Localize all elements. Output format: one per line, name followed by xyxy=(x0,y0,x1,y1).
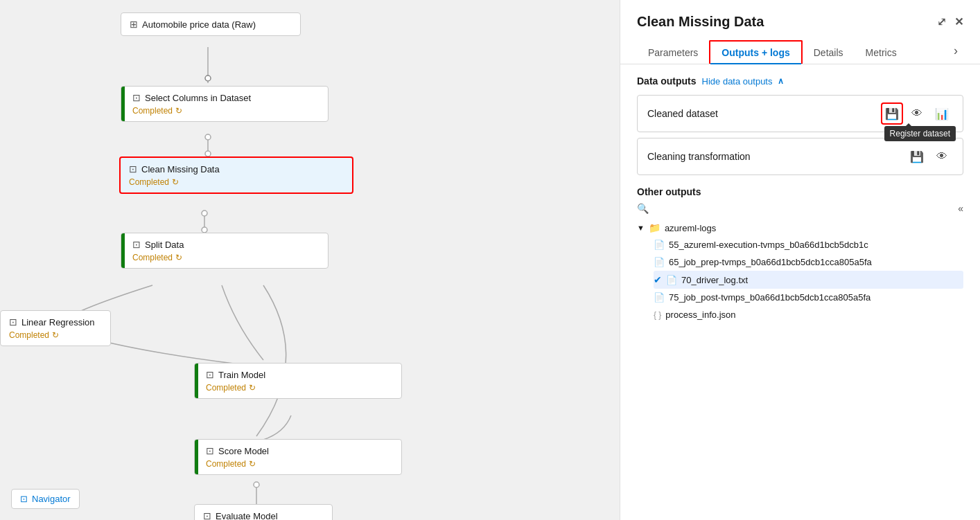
module-icon: ⊡ xyxy=(132,92,141,103)
refresh-icon: ↻ xyxy=(249,383,256,393)
data-outputs-header: Data outputs Hide data outputs ∧ xyxy=(637,75,963,87)
tabs-next-icon[interactable]: › xyxy=(948,38,963,64)
check-icon: ✔ xyxy=(654,274,662,285)
node-select-columns[interactable]: ⊡ Select Columns in Dataset Completed ↻ xyxy=(121,86,329,122)
panel-body: Data outputs Hide data outputs ∧ Cleaned… xyxy=(620,64,980,520)
tab-metrics[interactable]: Metrics xyxy=(855,42,908,64)
data-icon: ⊞ xyxy=(130,19,138,30)
node-status: Completed ↻ xyxy=(206,383,393,393)
node-linear-regression[interactable]: ⊡ Linear Regression Completed ↻ xyxy=(0,310,111,346)
navigator-icon: ⊡ xyxy=(20,494,28,504)
panel-title-row: Clean Missing Data ⤢ ✕ xyxy=(637,14,963,30)
folder-children: 📄 55_azureml-execution-tvmps_b0a66d1bcb5… xyxy=(654,236,963,323)
folder-header[interactable]: ▼ 📁 azureml-logs xyxy=(637,219,963,236)
file-icon: 📄 xyxy=(666,275,677,285)
chevron-down-icon: ▼ xyxy=(637,224,645,232)
refresh-icon: ↻ xyxy=(175,106,182,116)
expand-icon[interactable]: ⤢ xyxy=(937,15,946,28)
chart-icon: 📊 xyxy=(935,107,949,120)
file-label: 70_driver_log.txt xyxy=(681,275,963,285)
other-outputs-header: Other outputs xyxy=(637,186,963,197)
view-output-button[interactable]: 👁 xyxy=(906,102,928,125)
svg-point-5 xyxy=(202,210,207,216)
file-icon: 📄 xyxy=(654,292,665,303)
other-outputs-section: Other outputs 🔍 « ▼ 📁 azureml-logs xyxy=(637,186,963,323)
file-label: 65_job_prep-tvmps_b0a66d1bcb5dcb1cca805a… xyxy=(669,257,963,267)
data-output-cleaned-dataset: Cleaned dataset 💾 👁 📊 Register dataset xyxy=(637,95,963,132)
file-label: process_info.json xyxy=(665,310,963,320)
panel-header: Clean Missing Data ⤢ ✕ Parameters Output… xyxy=(620,0,980,64)
file-label: 75_job_post-tvmps_b0a66d1bcb5dcb1cca805a… xyxy=(669,292,963,303)
pipeline-canvas: ⊞ Automobile price data (Raw) ⊡ Select C… xyxy=(0,0,620,520)
svg-point-7 xyxy=(254,482,259,487)
file-65[interactable]: 📄 65_job_prep-tvmps_b0a66d1bcb5dcb1cca80… xyxy=(654,253,963,271)
data-outputs-label: Data outputs xyxy=(637,75,697,87)
status-bar xyxy=(121,87,125,121)
node-automobile-price[interactable]: ⊞ Automobile price data (Raw) xyxy=(121,12,301,36)
navigator-button[interactable]: ⊡ Navigator xyxy=(11,489,80,509)
panel-title-text: Clean Missing Data xyxy=(637,14,764,30)
hide-data-outputs-link[interactable]: Hide data outputs xyxy=(702,76,773,87)
node-status: Completed ↻ xyxy=(132,253,320,262)
view-transformation-button[interactable]: 👁 xyxy=(931,145,953,168)
panel-title-icons: ⤢ ✕ xyxy=(937,15,963,28)
file-70[interactable]: ✔ 📄 70_driver_log.txt xyxy=(654,271,963,289)
refresh-icon: ↻ xyxy=(249,459,256,469)
node-status: Completed ↻ xyxy=(206,459,393,469)
file-process-info[interactable]: { } process_info.json xyxy=(654,306,963,323)
refresh-icon: ↻ xyxy=(172,177,179,187)
data-output-cleaning-transformation: Cleaning transformation 💾 👁 xyxy=(637,138,963,175)
module-icon: ⊡ xyxy=(9,316,17,328)
folder-label: azureml-logs xyxy=(665,223,716,233)
tab-outputs-logs[interactable]: Outputs + logs xyxy=(709,40,802,64)
tab-details[interactable]: Details xyxy=(803,42,855,64)
refresh-icon: ↻ xyxy=(52,330,59,340)
module-icon: ⊡ xyxy=(129,163,137,174)
file-label: 55_azureml-execution-tvmps_b0a66d1bcb5dc… xyxy=(669,240,963,250)
register-transformation-button[interactable]: 💾 xyxy=(906,145,928,168)
file-icon: 📄 xyxy=(654,240,665,250)
status-bar xyxy=(195,440,198,474)
right-panel: Clean Missing Data ⤢ ✕ Parameters Output… xyxy=(620,0,980,520)
json-file-icon: { } xyxy=(654,310,661,320)
panel-tabs: Parameters Outputs + logs Details Metric… xyxy=(637,38,963,64)
visualize-button[interactable]: 📊 xyxy=(931,102,953,125)
module-icon: ⊡ xyxy=(206,369,214,380)
cleaning-transformation-actions: 💾 👁 xyxy=(906,145,953,168)
status-bar xyxy=(195,364,198,398)
status-bar xyxy=(121,233,125,268)
file-icon: 📄 xyxy=(654,257,665,267)
data-outputs-chevron[interactable]: ∧ xyxy=(778,76,784,86)
cleaned-dataset-label: Cleaned dataset xyxy=(647,108,718,119)
close-icon[interactable]: ✕ xyxy=(954,15,963,28)
other-outputs-label: Other outputs xyxy=(637,186,701,197)
search-icon: 🔍 xyxy=(637,203,649,214)
node-evaluate-model[interactable]: ⊡ Evaluate Model xyxy=(194,504,333,520)
refresh-icon: ↻ xyxy=(175,253,182,262)
collapse-icon[interactable]: « xyxy=(958,203,963,214)
node-status: Completed ↻ xyxy=(132,106,320,116)
register-dataset-button[interactable]: 💾 xyxy=(881,102,903,125)
node-split-data[interactable]: ⊡ Split Data Completed ↻ xyxy=(121,233,329,269)
node-score-model[interactable]: ⊡ Score Model Completed ↻ xyxy=(194,439,402,475)
module-icon: ⊡ xyxy=(203,510,211,520)
file-55[interactable]: 📄 55_azureml-execution-tvmps_b0a66d1bcb5… xyxy=(654,236,963,253)
svg-point-2 xyxy=(205,134,211,140)
azureml-logs-folder: ▼ 📁 azureml-logs 📄 55_azureml-execution-… xyxy=(637,219,963,323)
file-75[interactable]: 📄 75_job_post-tvmps_b0a66d1bcb5dcb1cca80… xyxy=(654,289,963,306)
cleaning-transformation-label: Cleaning transformation xyxy=(647,151,751,162)
svg-point-3 xyxy=(205,151,211,156)
folder-icon: 📁 xyxy=(649,222,660,233)
node-status: Completed ↻ xyxy=(129,177,344,187)
node-train-model[interactable]: ⊡ Train Model Completed ↻ xyxy=(194,363,402,399)
svg-point-6 xyxy=(202,227,207,233)
module-icon: ⊡ xyxy=(132,239,141,250)
cleaned-dataset-actions: 💾 👁 📊 xyxy=(881,102,953,125)
file-tree: ▼ 📁 azureml-logs 📄 55_azureml-execution-… xyxy=(637,219,963,323)
save-icon: 💾 xyxy=(910,150,924,163)
node-clean-missing-data[interactable]: ⊡ Clean Missing Data Completed ↻ xyxy=(119,156,353,194)
node-status: Completed ↻ xyxy=(9,330,102,340)
tab-parameters[interactable]: Parameters xyxy=(637,42,709,64)
svg-point-9 xyxy=(205,75,211,81)
save-icon: 💾 xyxy=(885,107,899,120)
